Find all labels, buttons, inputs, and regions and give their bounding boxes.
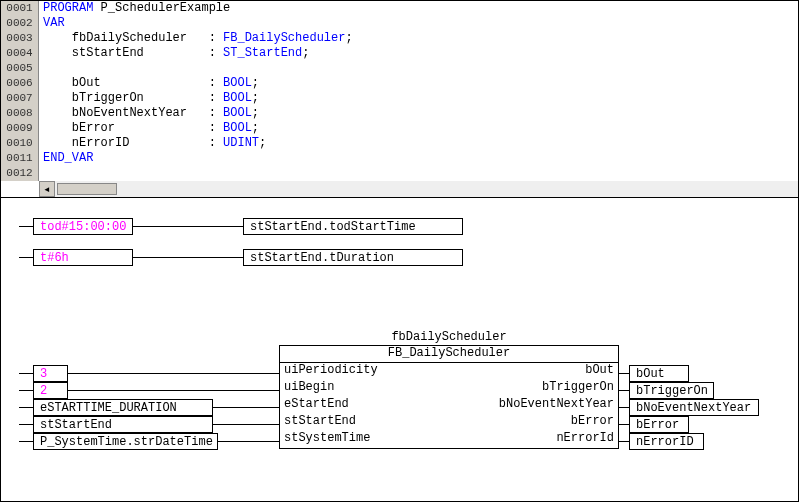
fb-output-value[interactable]: bNoEventNextYear (629, 399, 759, 416)
code-text: fbDailyScheduler : FB_DailyScheduler; (39, 31, 353, 46)
wire (218, 441, 279, 442)
fb-output-pin: bNoEventNextYear (619, 399, 759, 416)
fb-output-pin: bTriggerOn (619, 382, 714, 399)
fb-output-pin: bError (619, 416, 689, 433)
fb-input-value[interactable]: 2 (33, 382, 68, 399)
code-text (39, 61, 43, 76)
fb-io-row: uiPeriodicitybOut (280, 363, 618, 380)
fb-input-value[interactable]: 3 (33, 365, 68, 382)
line-number: 0005 (1, 61, 39, 76)
line-number: 0012 (1, 166, 39, 181)
fb-output-label: nErrorId (556, 431, 618, 448)
code-line[interactable]: 0005 (1, 61, 798, 76)
code-line[interactable]: 0011END_VAR (1, 151, 798, 166)
wire (619, 441, 629, 442)
fb-input-value[interactable]: P_SystemTime.strDateTime (33, 433, 218, 450)
literal-box[interactable]: t#6h (33, 249, 133, 266)
code-text: stStartEnd : ST_StartEnd; (39, 46, 309, 61)
assignment: tod#15:00:00stStartEnd.todStartTime (19, 218, 780, 235)
fb-output-value[interactable]: nErrorID (629, 433, 704, 450)
scroll-thumb[interactable] (57, 183, 117, 195)
literal-box[interactable]: tod#15:00:00 (33, 218, 133, 235)
wire (19, 226, 33, 227)
code-line[interactable]: 0010 nErrorID : UDINT; (1, 136, 798, 151)
code-text: bError : BOOL; (39, 121, 259, 136)
wire (619, 373, 629, 374)
code-text: VAR (39, 16, 65, 31)
wire (68, 390, 279, 391)
fb-type-name: FB_DailyScheduler (280, 346, 618, 363)
fb-output-pin: nErrorID (619, 433, 704, 450)
line-number: 0010 (1, 136, 39, 151)
wire (68, 373, 279, 374)
fb-input-pin: 3 (19, 365, 279, 382)
code-line[interactable]: 0009 bError : BOOL; (1, 121, 798, 136)
code-line[interactable]: 0002VAR (1, 16, 798, 31)
wire (19, 390, 33, 391)
fb-output-label: bOut (585, 363, 618, 380)
fb-io-row: stStartEndbError (280, 414, 618, 431)
code-text: PROGRAM P_SchedulerExample (39, 1, 230, 16)
fb-input-value[interactable]: eSTARTTIME_DURATION (33, 399, 213, 416)
code-text: bTriggerOn : BOOL; (39, 91, 259, 106)
fb-input-label: uiPeriodicity (280, 363, 378, 380)
fb-output-pin: bOut (619, 365, 689, 382)
fb-output-label: bNoEventNextYear (499, 397, 618, 414)
code-line[interactable]: 0008 bNoEventNextYear : BOOL; (1, 106, 798, 121)
horizontal-scrollbar[interactable]: ◄ (39, 181, 798, 197)
fb-output-value[interactable]: bError (629, 416, 689, 433)
code-line[interactable]: 0001PROGRAM P_SchedulerExample (1, 1, 798, 16)
target-box[interactable]: stStartEnd.todStartTime (243, 218, 463, 235)
fb-output-value[interactable]: bTriggerOn (629, 382, 714, 399)
code-line[interactable]: 0006 bOut : BOOL; (1, 76, 798, 91)
fb-input-value[interactable]: stStartEnd (33, 416, 213, 433)
scroll-left-button[interactable]: ◄ (39, 181, 55, 197)
fb-output-label: bTriggerOn (542, 380, 618, 397)
wire (133, 226, 243, 227)
fb-input-label: stSystemTime (280, 431, 370, 448)
wire (213, 407, 279, 408)
wire (19, 441, 33, 442)
code-line[interactable]: 0003 fbDailyScheduler : FB_DailySchedule… (1, 31, 798, 46)
line-number: 0006 (1, 76, 39, 91)
line-number: 0001 (1, 1, 39, 16)
fb-output-label: bError (571, 414, 618, 431)
hscroll-row: ◄ (1, 181, 798, 197)
fb-input-pin: eSTARTTIME_DURATION (19, 399, 279, 416)
fb-input-label: uiBegin (280, 380, 334, 397)
line-number: 0003 (1, 31, 39, 46)
wire (19, 407, 33, 408)
code-text: bOut : BOOL; (39, 76, 259, 91)
fb-input-label: eStartEnd (280, 397, 349, 414)
fb-body: FB_DailyScheduler uiPeriodicitybOutuiBeg… (279, 345, 619, 449)
wire (19, 424, 33, 425)
fb-instance-name: fbDailyScheduler (279, 330, 619, 344)
wire (213, 424, 279, 425)
line-number: 0011 (1, 151, 39, 166)
line-number: 0002 (1, 16, 39, 31)
code-line[interactable]: 0004 stStartEnd : ST_StartEnd; (1, 46, 798, 61)
wire (619, 390, 629, 391)
fb-io-row: uiBeginbTriggerOn (280, 380, 618, 397)
wire (133, 257, 243, 258)
line-number: 0008 (1, 106, 39, 121)
fb-call: fbDailyScheduler FB_DailyScheduler uiPer… (19, 330, 780, 449)
assignment: t#6hstStartEnd.tDuration (19, 249, 780, 266)
code-line[interactable]: 0007 bTriggerOn : BOOL; (1, 91, 798, 106)
code-text (39, 166, 43, 181)
code-text: END_VAR (39, 151, 93, 166)
fb-input-label: stStartEnd (280, 414, 356, 431)
wire (19, 373, 33, 374)
code-line[interactable]: 0012 (1, 166, 798, 181)
fb-input-pin: stStartEnd (19, 416, 279, 433)
fb-input-pin: 2 (19, 382, 279, 399)
fb-input-pin: P_SystemTime.strDateTime (19, 433, 279, 450)
fb-output-value[interactable]: bOut (629, 365, 689, 382)
fb-io-row: eStartEndbNoEventNextYear (280, 397, 618, 414)
code-text: nErrorID : UDINT; (39, 136, 266, 151)
line-number: 0007 (1, 91, 39, 106)
code-editor-pane: 0001PROGRAM P_SchedulerExample0002VAR000… (1, 1, 798, 198)
wire (619, 424, 629, 425)
target-box[interactable]: stStartEnd.tDuration (243, 249, 463, 266)
wire (619, 407, 629, 408)
